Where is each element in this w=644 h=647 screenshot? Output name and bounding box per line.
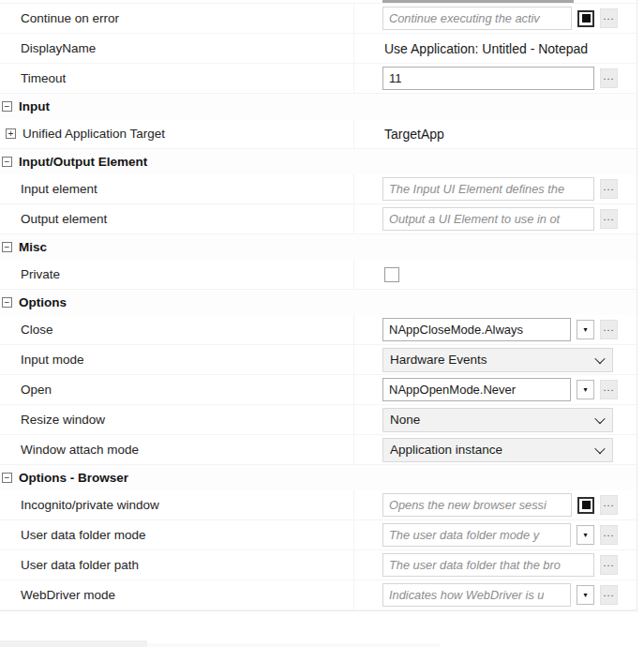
private-checkbox[interactable] bbox=[384, 267, 399, 282]
ellipsis-button[interactable]: ... bbox=[600, 179, 618, 199]
property-label: User data folder path bbox=[21, 558, 139, 572]
property-row: Input modeHardware Events bbox=[0, 345, 637, 375]
input-placeholder-field[interactable]: Indicates how WebDriver is u bbox=[382, 583, 571, 607]
property-row: User data folder pathThe user data folde… bbox=[0, 550, 637, 580]
ellipsis-icon: ... bbox=[603, 182, 614, 192]
indeterminate-checkbox[interactable] bbox=[577, 497, 594, 514]
selected-value: Hardware Events bbox=[390, 353, 487, 367]
collapse-icon[interactable]: − bbox=[2, 101, 12, 112]
ellipsis-button[interactable]: ... bbox=[600, 68, 618, 88]
property-row: Input elementThe Input UI Element define… bbox=[0, 174, 637, 204]
property-label: Input element bbox=[21, 182, 97, 196]
property-value-cell: Indicates how WebDriver is u▾... bbox=[354, 580, 637, 609]
property-value-cell: 11... bbox=[354, 64, 637, 93]
input-placeholder-field[interactable]: The user data folder that the bro bbox=[382, 553, 594, 577]
property-label-cell: +Unified Application Target bbox=[0, 119, 354, 148]
ellipsis-button[interactable]: ... bbox=[600, 209, 618, 229]
dropdown-arrow-button[interactable]: ▾ bbox=[577, 525, 594, 545]
section-header-label: Input bbox=[19, 99, 50, 113]
property-row: CloseNAppCloseMode.Always▾... bbox=[0, 315, 637, 345]
property-label: Window attach mode bbox=[21, 443, 139, 457]
ellipsis-icon: ... bbox=[603, 588, 614, 598]
selected-value: None bbox=[390, 413, 420, 427]
property-row: Resize windowNone bbox=[0, 405, 637, 435]
property-label-cell: WebDriver mode bbox=[0, 580, 354, 609]
dropdown-select[interactable]: Hardware Events bbox=[382, 348, 613, 372]
ellipsis-icon: ... bbox=[603, 212, 614, 222]
collapse-icon[interactable]: − bbox=[2, 473, 12, 483]
indeterminate-checkbox[interactable] bbox=[577, 10, 594, 27]
property-row: Timeout11... bbox=[0, 64, 637, 94]
property-label: User data folder mode bbox=[21, 528, 146, 542]
property-label-cell: Window attach mode bbox=[0, 435, 354, 464]
panel-right-border bbox=[637, 0, 637, 610]
ellipsis-button[interactable]: ... bbox=[600, 320, 618, 339]
property-value-cell: Hardware Events bbox=[354, 345, 637, 374]
dropdown-arrow-button[interactable]: ▾ bbox=[577, 585, 594, 605]
property-value-cell: Application instance bbox=[354, 435, 637, 464]
property-label: Close bbox=[21, 323, 53, 337]
property-value-cell: NAppCloseMode.Always▾... bbox=[354, 315, 637, 344]
dropdown-select[interactable]: None bbox=[382, 408, 613, 432]
property-row: Continue on errorContinue executing the … bbox=[0, 4, 637, 34]
input-field[interactable]: 11 bbox=[382, 67, 594, 90]
checkbox-fill bbox=[582, 14, 591, 23]
section-header-label: Misc bbox=[19, 240, 47, 254]
section-header-options-browser[interactable]: −Options - Browser bbox=[0, 465, 637, 490]
chevron-down-icon bbox=[594, 413, 605, 423]
input-field[interactable]: NAppOpenMode.Never bbox=[382, 378, 571, 401]
property-value-cell: The user data folder mode y▾... bbox=[354, 520, 637, 549]
property-label: Incognito/private window bbox=[21, 498, 159, 512]
dropdown-arrow-icon: ▾ bbox=[583, 592, 587, 599]
dropdown-arrow-icon: ▾ bbox=[583, 386, 587, 394]
input-placeholder-field[interactable]: Output a UI Element to use in ot bbox=[382, 207, 594, 231]
property-label: DisplayName bbox=[21, 41, 96, 55]
section-header-label: Options - Browser bbox=[19, 471, 128, 485]
selected-value: Application instance bbox=[390, 443, 502, 457]
ellipsis-button[interactable]: ... bbox=[600, 8, 618, 28]
ellipsis-button[interactable]: ... bbox=[600, 525, 618, 545]
dropdown-arrow-button[interactable]: ▾ bbox=[577, 380, 594, 399]
property-label-cell: User data folder mode bbox=[0, 520, 354, 549]
input-field[interactable]: NAppCloseMode.Always bbox=[382, 318, 571, 341]
property-value-cell: NAppOpenMode.Never▾... bbox=[354, 375, 637, 404]
input-placeholder-field[interactable]: The user data folder mode y bbox=[382, 523, 571, 547]
collapse-icon[interactable]: − bbox=[2, 297, 12, 308]
expand-icon[interactable]: + bbox=[6, 128, 16, 139]
input-placeholder-field[interactable]: Continue executing the activ bbox=[382, 7, 572, 30]
property-label: Unified Application Target bbox=[22, 127, 165, 141]
dropdown-select[interactable]: Application instance bbox=[382, 438, 613, 462]
input-placeholder-field[interactable]: Opens the new browser sessi bbox=[382, 493, 572, 517]
ellipsis-button[interactable]: ... bbox=[600, 495, 618, 515]
dropdown-arrow-button[interactable]: ▾ bbox=[577, 320, 594, 339]
section-header-label: Input/Output Element bbox=[19, 155, 147, 169]
checkbox-fill bbox=[582, 501, 591, 509]
section-header-options[interactable]: −Options bbox=[0, 290, 637, 315]
collapse-icon[interactable]: − bbox=[2, 242, 12, 252]
property-label: Private bbox=[21, 267, 60, 281]
input-placeholder-field[interactable]: The Input UI Element defines the bbox=[382, 177, 594, 201]
property-value-cell: The Input UI Element defines the... bbox=[354, 174, 637, 203]
ellipsis-button[interactable]: ... bbox=[600, 585, 618, 605]
property-label-cell: Incognito/private window bbox=[0, 490, 354, 519]
property-label-cell: User data folder path bbox=[0, 550, 354, 579]
dropdown-arrow-icon: ▾ bbox=[583, 326, 587, 334]
property-row: +Unified Application TargetTargetApp bbox=[0, 119, 637, 149]
ellipsis-icon: ... bbox=[603, 558, 614, 568]
property-value-cell bbox=[354, 260, 637, 289]
property-row: Incognito/private windowOpens the new br… bbox=[0, 490, 637, 520]
ellipsis-icon: ... bbox=[603, 498, 614, 508]
property-value-cell: Continue executing the activ... bbox=[354, 4, 637, 33]
property-row: Output elementOutput a UI Element to use… bbox=[0, 204, 637, 234]
property-value-cell: Use Application: Untitled - Notepad bbox=[354, 34, 637, 63]
chevron-down-icon bbox=[594, 443, 605, 453]
property-label: WebDriver mode bbox=[21, 588, 115, 602]
ellipsis-button[interactable]: ... bbox=[600, 555, 618, 575]
dropdown-arrow-icon: ▾ bbox=[583, 532, 587, 539]
section-header-input-output-element[interactable]: −Input/Output Element bbox=[0, 149, 637, 174]
section-header-misc[interactable]: −Misc bbox=[0, 234, 637, 260]
collapse-icon[interactable]: − bbox=[2, 157, 12, 167]
section-header-input[interactable]: −Input bbox=[0, 94, 637, 119]
ellipsis-icon: ... bbox=[603, 71, 614, 82]
ellipsis-button[interactable]: ... bbox=[600, 380, 618, 399]
